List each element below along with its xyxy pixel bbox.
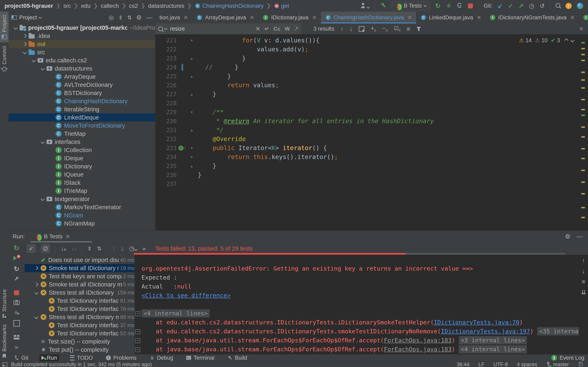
error-stripe[interactable]	[581, 34, 587, 230]
previous-failed-icon[interactable]: ↑	[112, 245, 115, 252]
test-tree-item[interactable]: ×Test IDictionary interface81 ms	[25, 297, 135, 305]
close-icon[interactable]: ✕	[579, 25, 584, 32]
add-selection-icon[interactable]: +II	[371, 25, 376, 33]
tool-window-button-terminal[interactable]: >_Terminal	[184, 354, 216, 361]
rerun-icon[interactable]: ↻	[14, 244, 20, 251]
open-in-find-window-icon[interactable]	[359, 26, 364, 32]
tree-item[interactable]: CIterableString	[9, 105, 155, 113]
chevron-collapsed-icon[interactable]	[34, 282, 38, 286]
filter-lines-icon[interactable]: ≡	[407, 26, 410, 32]
tree-item[interactable]: interfaces	[9, 138, 155, 146]
profiler-icon[interactable]	[13, 309, 20, 317]
code-area[interactable]: for(V v: d.values()){ values.add(v); } /…	[198, 36, 576, 188]
regex-toggle[interactable]: .*	[294, 26, 298, 32]
chevron-expanded-icon[interactable]	[41, 197, 45, 201]
fold-marker-icon[interactable]: ▴	[188, 92, 195, 97]
stack-trace-link[interactable]: <Click to see difference>	[141, 292, 231, 299]
rollback-icon[interactable]: ↺	[540, 3, 545, 9]
hide-icon[interactable]: —	[577, 234, 583, 240]
more-icon[interactable]: »	[15, 344, 18, 350]
chevron-expanded-icon[interactable]	[32, 58, 36, 62]
soft-wrap-icon[interactable]: ≡	[582, 279, 585, 285]
tree-item[interactable]: datastructures	[9, 64, 155, 73]
settings-icon[interactable]: ⚙	[136, 15, 142, 21]
stripe-warning-mark[interactable]	[581, 79, 585, 81]
tree-item[interactable]: CNGram	[9, 211, 155, 219]
tool-window-switcher-icon[interactable]	[2, 362, 7, 366]
tool-window-button-debug[interactable]: Debug	[148, 354, 175, 361]
chevron-expanded-icon[interactable]	[23, 50, 27, 54]
test-settings-icon[interactable]	[13, 276, 20, 283]
stripe-warning-mark[interactable]	[581, 148, 585, 150]
lock-icon[interactable]	[579, 363, 583, 366]
code-with-me-icon[interactable]	[577, 3, 583, 9]
editor-tab[interactable]: IIDictionaryNGramTests.java✕	[485, 12, 579, 24]
tree-item[interactable]: IICollection	[9, 146, 155, 154]
stop-icon[interactable]	[468, 3, 473, 8]
tree-item[interactable]: CArrayDeque	[9, 73, 155, 81]
chevron-expanded-icon[interactable]	[14, 26, 18, 30]
code-editor[interactable]: 221▾222223▴224225▴226227▴228229▾230231▴2…	[155, 34, 588, 230]
fold-marker-icon[interactable]: ▴	[188, 128, 195, 133]
close-icon[interactable]: ✕	[65, 233, 70, 240]
collapse-all-icon[interactable]: ⇅	[97, 246, 102, 251]
stripe-warning-mark[interactable]	[581, 207, 585, 208]
close-icon[interactable]: ✕	[184, 15, 188, 21]
layout-settings-icon[interactable]	[14, 335, 19, 340]
next-problem-icon[interactable]	[571, 38, 575, 42]
words-toggle[interactable]: W	[285, 26, 290, 32]
tool-stripe-commit[interactable]: Commit	[0, 42, 9, 75]
stack-trace-link[interactable]: IDictionaryTests.java:197	[441, 328, 530, 335]
editor-tab[interactable]: CChainingHashDictionary.java✕	[321, 12, 416, 24]
expand-fold-icon[interactable]: +	[135, 347, 140, 352]
select-all-occurrences-icon[interactable]: ☑II	[394, 26, 401, 32]
scroll-to-end-icon[interactable]: ⇊	[581, 289, 586, 295]
breadcrumb-item[interactable]: cs2	[129, 3, 138, 9]
test-tree-item[interactable]: ✔Does not use or import disall40 ms	[25, 256, 135, 264]
scroll-up-icon[interactable]: ↑	[582, 258, 585, 264]
fold-marker-icon[interactable]: ▾	[188, 38, 195, 43]
locate-icon[interactable]: ◎	[109, 15, 114, 20]
tool-window-button-todo[interactable]: TODO	[68, 354, 95, 361]
editor-tab[interactable]: CArrayDeque.java✕	[192, 12, 259, 24]
editor-tab[interactable]: IIDictionaryTests.java✕	[579, 12, 588, 24]
history-icon[interactable]: ◷	[529, 3, 534, 9]
next-occurrence-icon[interactable]: ↓	[350, 26, 353, 32]
filter-icon[interactable]	[416, 26, 421, 31]
tree-item[interactable]: IIDeque	[9, 154, 155, 162]
remove-selection-icon[interactable]: −II	[382, 25, 388, 33]
git-push-icon[interactable]: ↗	[519, 3, 524, 9]
stripe-warning-mark[interactable]	[581, 126, 585, 128]
tree-item[interactable]: out	[9, 40, 155, 48]
stack-trace-link[interactable]: ForEachOps.java:183	[384, 346, 452, 353]
breadcrumb-item[interactable]: src	[63, 3, 71, 9]
stripe-warning-mark[interactable]	[581, 193, 585, 194]
stripe-warning-mark[interactable]	[581, 170, 585, 171]
stripe-warning-mark[interactable]	[581, 72, 585, 73]
tool-window-button-problems[interactable]: !Problems	[104, 354, 139, 361]
match-case-toggle[interactable]: Cc	[274, 26, 280, 32]
chevron-expanded-icon[interactable]	[34, 315, 38, 319]
stripe-ok-mark[interactable]	[581, 115, 585, 116]
chevron-expanded-icon[interactable]	[34, 291, 38, 295]
fold-marker-icon[interactable]: ▴	[188, 56, 195, 61]
editor-tab[interactable]: CLinkedDeque.java✕	[416, 12, 485, 24]
tree-item[interactable]: IIQueue	[9, 170, 155, 179]
stripe-warning-mark[interactable]	[581, 182, 585, 183]
test-history-icon[interactable]: ◷	[129, 245, 137, 252]
thread-dump-icon[interactable]	[13, 300, 20, 306]
coverage-icon[interactable]	[457, 2, 463, 9]
rerun-failed-tests-icon[interactable]: 9	[13, 255, 20, 262]
stop-icon[interactable]	[14, 290, 19, 296]
search-input[interactable]: resize ✕ ↵ Cc W .*	[155, 24, 301, 34]
implements-method-icon[interactable]: ↑	[178, 146, 183, 151]
test-console[interactable]: org.opentest4j.AssertionFailedError: Get…	[135, 255, 579, 355]
breadcrumb-item[interactable]: CChainingHashDictionary	[195, 3, 264, 9]
stripe-ok-mark[interactable]	[581, 42, 585, 43]
collapse-all-icon[interactable]: ⇅	[127, 15, 132, 20]
git-update-icon[interactable]: ↙	[498, 3, 503, 9]
tree-item[interactable]: src	[9, 48, 155, 56]
editor-tab[interactable]: tion.java✕	[155, 12, 192, 24]
stripe-warning-mark[interactable]	[581, 158, 585, 159]
run-tab[interactable]: B Tests ✕	[33, 231, 72, 242]
